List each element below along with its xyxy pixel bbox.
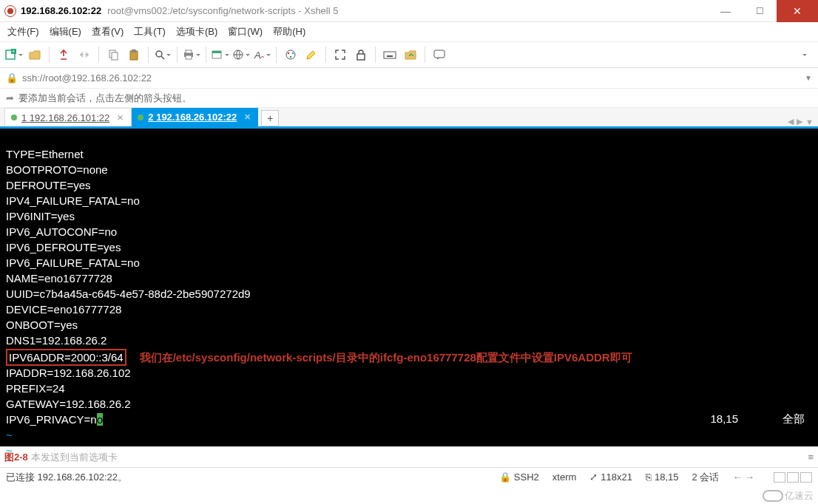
session-tab-2[interactable]: 2 192.168.26.102:22 ✕ bbox=[132, 108, 258, 126]
toolbar-separator bbox=[177, 47, 178, 63]
menu-view[interactable]: 查看(V) bbox=[92, 25, 124, 38]
svg-text:A: A bbox=[254, 50, 261, 61]
copy-button[interactable] bbox=[104, 45, 123, 64]
terminal-line: IPV4_FAILURE_FATAL=no bbox=[6, 194, 140, 207]
new-session-button[interactable]: + bbox=[4, 45, 24, 64]
font-button[interactable]: A bbox=[252, 45, 271, 64]
svg-rect-21 bbox=[384, 52, 396, 58]
tab-list-icon[interactable]: ▼ bbox=[805, 118, 814, 126]
toolbar: + A bbox=[0, 41, 818, 68]
svg-point-17 bbox=[288, 52, 290, 55]
tab-strip: 1 192.168.26.101:22 ✕ 2 192.168.26.102:2… bbox=[0, 108, 818, 129]
toolbar-overflow[interactable] bbox=[794, 45, 814, 64]
connection-status: 已连接 192.168.26.102:22。 bbox=[6, 471, 127, 484]
paste-button[interactable] bbox=[124, 45, 143, 64]
annotation-text: 我们在/etc/sysconfig/network-scripts/目录中的if… bbox=[140, 351, 632, 364]
send-menu-button[interactable]: ≡ bbox=[808, 452, 814, 463]
svg-rect-11 bbox=[186, 55, 192, 59]
terminal-line: GATEWAY=192.168.26.2 bbox=[6, 398, 131, 410]
terminal-line: DNS1=192.168.26.2 bbox=[6, 334, 107, 347]
tab-next-icon[interactable]: ▶ bbox=[797, 117, 802, 126]
cursor: o bbox=[97, 413, 103, 426]
menu-edit[interactable]: 编辑(E) bbox=[50, 25, 81, 38]
tab-close-icon[interactable]: ✕ bbox=[117, 113, 124, 123]
toolbar-separator bbox=[206, 47, 206, 63]
terminal-line: IPADDR=192.168.26.102 bbox=[6, 367, 131, 379]
menu-window[interactable]: 窗口(W) bbox=[228, 25, 263, 38]
reconnect-button[interactable] bbox=[54, 45, 73, 64]
fullscreen-button[interactable] bbox=[331, 45, 350, 64]
add-session-icon[interactable]: ➦ bbox=[6, 92, 14, 103]
lock-icon: 🔒 bbox=[6, 72, 18, 84]
svg-line-8 bbox=[161, 56, 164, 59]
toolbar-separator bbox=[98, 47, 99, 63]
disconnect-button[interactable] bbox=[75, 45, 94, 64]
caps-indicators bbox=[774, 472, 812, 483]
session-nav[interactable]: ← → bbox=[732, 471, 754, 483]
session-count: 2 会话 bbox=[692, 471, 720, 484]
svg-point-18 bbox=[292, 52, 294, 55]
find-button[interactable] bbox=[153, 45, 172, 64]
terminal-line: IPV6_FAILURE_FATAL=no bbox=[6, 256, 140, 269]
color-scheme-button[interactable] bbox=[281, 45, 300, 64]
address-bar: 🔒 ssh://root@192.168.26.102:22 ▼ bbox=[0, 68, 818, 89]
add-tab-button[interactable]: + bbox=[261, 110, 279, 126]
terminal-line: DEVICE=eno16777728 bbox=[6, 303, 121, 316]
session-tab-1[interactable]: 1 192.168.26.101:22 ✕ bbox=[4, 108, 132, 126]
send-hint[interactable]: 本发送到当前选项卡 bbox=[31, 451, 118, 464]
terminal[interactable]: TYPE=Ethernet BOOTPROTO=none DEFROUTE=ye… bbox=[0, 129, 818, 446]
print-button[interactable] bbox=[182, 45, 201, 64]
toolbar-separator bbox=[425, 47, 425, 63]
menu-help[interactable]: 帮助(H) bbox=[273, 25, 305, 38]
svg-point-7 bbox=[156, 51, 162, 57]
xftp-button[interactable] bbox=[401, 45, 420, 64]
terminal-line: IPV6_PRIVACY=no bbox=[6, 413, 103, 426]
hint-text: 要添加当前会话，点击左侧的箭头按钮。 bbox=[18, 92, 192, 105]
toolbar-separator bbox=[375, 47, 376, 63]
svg-rect-20 bbox=[357, 54, 365, 60]
watermark: 亿速云 bbox=[758, 488, 818, 504]
menu-file[interactable]: 文件(F) bbox=[7, 25, 39, 38]
toolbar-separator bbox=[276, 47, 277, 63]
tab-number: 1 bbox=[21, 112, 27, 123]
send-bar: 图2-8本发送到当前选项卡 ≡ bbox=[0, 446, 818, 467]
close-button[interactable]: ✕ bbox=[777, 0, 818, 22]
help-button[interactable] bbox=[430, 45, 449, 64]
terminal-line: DEFROUTE=yes bbox=[6, 179, 91, 191]
vim-tilde: ~ bbox=[6, 429, 13, 441]
terminal-line: BOOTPROTO=none bbox=[6, 163, 108, 176]
ssh-status: 🔒 SSH2 bbox=[499, 471, 539, 483]
encoding-button[interactable] bbox=[231, 45, 251, 64]
svg-text:+: + bbox=[12, 49, 15, 54]
highlight-button[interactable] bbox=[302, 45, 321, 64]
minimize-button[interactable]: — bbox=[709, 0, 743, 22]
toolbar-separator bbox=[148, 47, 149, 63]
keyboard-button[interactable] bbox=[380, 45, 399, 64]
svg-rect-6 bbox=[132, 50, 136, 52]
menu-tabs[interactable]: 选项卡(B) bbox=[176, 25, 217, 38]
terminal-line: IPV6_DEFROUTE=yes bbox=[6, 241, 121, 253]
lock-button[interactable] bbox=[351, 45, 371, 64]
address-dropdown[interactable]: ▼ bbox=[805, 74, 812, 82]
open-button[interactable] bbox=[25, 45, 44, 64]
vim-status: 18,15全部 bbox=[710, 412, 805, 426]
maximize-button[interactable]: ☐ bbox=[743, 0, 777, 22]
tab-prev-icon[interactable]: ◀ bbox=[788, 117, 794, 126]
svg-rect-13 bbox=[212, 51, 221, 53]
window-title: 192.168.26.102:22 bbox=[21, 5, 101, 16]
svg-rect-4 bbox=[112, 52, 118, 60]
menu-tools[interactable]: 工具(T) bbox=[134, 25, 166, 38]
terminal-line: ONBOOT=yes bbox=[6, 319, 78, 331]
tab-close-icon[interactable]: ✕ bbox=[244, 112, 251, 122]
terminal-line: NAME=eno16777728 bbox=[6, 272, 112, 285]
tab-label: 192.168.26.102:22 bbox=[156, 112, 237, 123]
term-type: xterm bbox=[552, 471, 577, 483]
cloud-icon bbox=[763, 490, 783, 502]
properties-button[interactable] bbox=[211, 45, 230, 64]
terminal-line: TYPE=Ethernet bbox=[6, 148, 84, 160]
term-size: ⤢ 118x21 bbox=[589, 471, 632, 483]
vim-tilde: ~ bbox=[6, 444, 13, 457]
address-text[interactable]: ssh://root@192.168.26.102:22 bbox=[22, 72, 152, 84]
hint-bar: ➦ 要添加当前会话，点击左侧的箭头按钮。 bbox=[0, 89, 818, 108]
app-icon bbox=[4, 5, 16, 17]
